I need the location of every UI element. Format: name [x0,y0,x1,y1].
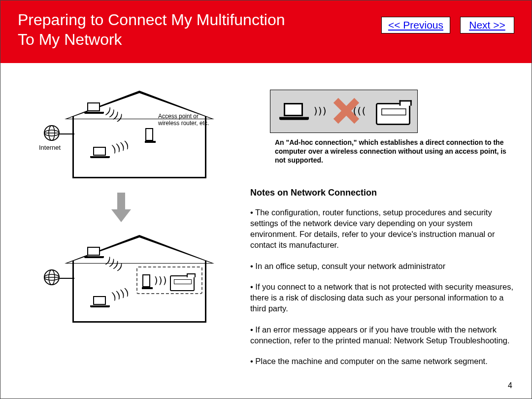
note-item: • If you connect to a network that is no… [250,281,517,314]
laptop-icon [90,296,110,311]
network-diagram-before: Internet Access point or wireless router… [30,90,212,181]
right-column: ))) ))) An "Ad-hoc connection," which es… [250,90,517,376]
router-icon [145,128,153,141]
page-header: Preparing to Connect My Multifunction To… [0,0,532,63]
title-line-1: Preparing to Connect My Multifunction [18,11,285,29]
notes-list: • The configuration, router functions, s… [250,207,517,377]
laptop-icon [279,103,309,125]
internet-label: Internet [39,144,61,151]
laptop-icon [84,102,104,117]
page-title: Preparing to Connect My Multifunction To… [18,10,285,49]
adhoc-diagram: ))) ))) [270,90,418,133]
access-point-label: Access point or wireless router, etc. [158,113,209,127]
arrow-down-icon [111,193,131,222]
router-icon [142,274,150,287]
title-line-2: To My Network [18,31,122,48]
note-item: • The configuration, router functions, s… [250,207,517,251]
laptop-icon [84,247,104,262]
wireless-signal-icon: ))) [313,105,326,117]
note-item: • If an error message appears or if you … [250,324,517,346]
previous-button[interactable]: << Previous [381,17,450,33]
left-column: Internet Access point or wireless router… [18,90,225,376]
page-number: 4 [508,381,512,390]
note-item: • In an office setup, consult your netwo… [250,261,517,271]
laptop-icon [90,147,110,162]
cable-icon [60,132,74,136]
section-heading: Notes on Network Connection [250,188,517,198]
globe-icon [42,267,62,287]
cable-icon [60,276,74,280]
network-diagram-after: )))) )))) ))) [30,234,212,325]
wireless-signal-icon: ))) [353,105,366,117]
printer-icon [170,275,195,291]
globe-icon [42,123,62,143]
nav-links: << Previous Next >> [381,17,514,33]
note-item: • Place the machine and computer on the … [250,356,517,366]
content-area: Internet Access point or wireless router… [0,63,532,376]
printer-icon [376,103,410,125]
next-button[interactable]: Next >> [460,17,514,33]
wireless-signal-icon: ))) [153,274,166,286]
adhoc-note: An "Ad-hoc connection," which establishe… [250,138,517,165]
